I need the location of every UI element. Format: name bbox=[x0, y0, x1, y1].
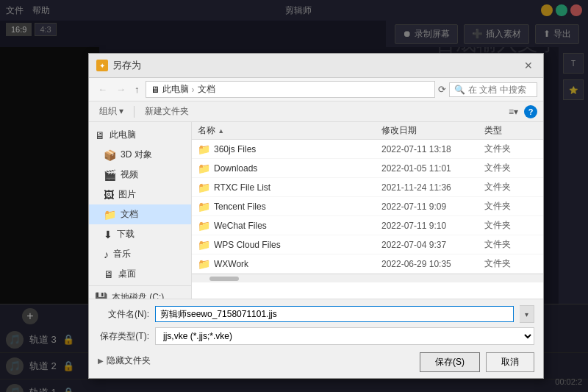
dialog-content: 🖥 此电脑 📦 3D 对象 🎬 视频 🖼 图片 📁 文档 ⬇ 下载 bbox=[89, 122, 543, 299]
cancel-button[interactable]: 取消 bbox=[486, 352, 534, 372]
pictures-icon: 🖼 bbox=[104, 189, 114, 201]
file-name: 📁 Tencent Files bbox=[192, 201, 381, 213]
filename-label: 文件名(N): bbox=[98, 308, 149, 321]
dialog-title-text: 另存为 bbox=[112, 59, 521, 72]
file-name: 📁 RTXC File List bbox=[192, 182, 381, 193]
video-icon: 🎬 bbox=[104, 169, 116, 181]
left-item-music[interactable]: ♪ 音乐 bbox=[89, 244, 191, 264]
filename-dropdown[interactable]: ▾ bbox=[520, 305, 534, 323]
folder-icon: 📁 bbox=[198, 220, 210, 232]
file-name: 📁 WXWork bbox=[192, 258, 381, 270]
music-icon: ♪ bbox=[104, 249, 109, 260]
filename-row: 文件名(N): ▾ bbox=[98, 305, 534, 323]
file-row-wechat[interactable]: 📁 WeChat Files 2022-07-11 9:10 文件夹 bbox=[192, 216, 543, 235]
dialog-bottom: 文件名(N): ▾ 保存类型(T): jjs,vke (*.jjs;*.vke)… bbox=[89, 299, 543, 378]
file-row-wxwork[interactable]: 📁 WXWork 2022-06-29 10:35 文件夹 bbox=[192, 254, 543, 274]
up-button[interactable]: ↑ bbox=[132, 82, 143, 96]
file-name: 📁 360js Files bbox=[192, 143, 381, 155]
file-row-tencent[interactable]: 📁 Tencent Files 2022-07-11 9:09 文件夹 bbox=[192, 197, 543, 216]
help-button[interactable]: ? bbox=[524, 105, 537, 118]
documents-icon: 📁 bbox=[104, 209, 116, 221]
filetype-label: 保存类型(T): bbox=[98, 330, 149, 343]
path-computer-icon: 🖥 bbox=[151, 85, 159, 95]
desktop-icon: 🖥 bbox=[104, 268, 114, 280]
left-item-desktop[interactable]: 🖥 桌面 bbox=[89, 264, 191, 284]
toolbar-separator bbox=[134, 106, 135, 118]
col-type: 类型 bbox=[484, 124, 543, 137]
triangle-icon: ▶ bbox=[98, 357, 104, 365]
dialog-buttons: 保存(S) 取消 bbox=[420, 352, 534, 372]
filename-input[interactable] bbox=[155, 306, 514, 322]
save-as-dialog: ✦ 另存为 ✕ ← → ↑ 🖥 此电脑 › 文档 ⟳ 🔍 组织 ▾ 新建文件夹 … bbox=[88, 53, 544, 379]
folder-icon: 📁 bbox=[198, 182, 210, 193]
hidden-folder-toggle[interactable]: ▶ 隐藏文件夹 bbox=[98, 352, 151, 370]
file-name: 📁 WeChat Files bbox=[192, 220, 381, 232]
folder-icon: 📁 bbox=[198, 239, 210, 251]
file-row-downloads[interactable]: 📁 Downloads 2022-01-05 11:01 文件夹 bbox=[192, 159, 543, 178]
horizontal-scrollbar[interactable] bbox=[192, 274, 543, 282]
folder-icon: 📁 bbox=[198, 258, 210, 270]
left-item-video[interactable]: 🎬 视频 bbox=[89, 165, 191, 185]
left-item-pc[interactable]: 🖥 此电脑 bbox=[89, 125, 191, 145]
path-docs[interactable]: 文档 bbox=[198, 83, 215, 96]
pc-icon: 🖥 bbox=[95, 129, 105, 141]
file-row-rtxc[interactable]: 📁 RTXC File List 2021-11-24 11:36 文件夹 bbox=[192, 178, 543, 197]
dialog-title-icon: ✦ bbox=[96, 60, 108, 71]
dialog-addressbar: ← → ↑ 🖥 此电脑 › 文档 ⟳ 🔍 bbox=[89, 78, 543, 101]
dialog-close-button[interactable]: ✕ bbox=[521, 58, 536, 73]
filetype-select[interactable]: jjs,vke (*.jjs;*.vke) bbox=[155, 327, 534, 345]
file-name: 📁 WPS Cloud Files bbox=[192, 239, 381, 251]
hidden-folder-label: 隐藏文件夹 bbox=[107, 354, 151, 367]
left-item-local-c[interactable]: 💾 本地磁盘 (C:) bbox=[89, 288, 191, 299]
dialog-left-panel: 🖥 此电脑 📦 3D 对象 🎬 视频 🖼 图片 📁 文档 ⬇ 下载 bbox=[89, 122, 192, 299]
filetype-row: 保存类型(T): jjs,vke (*.jjs;*.vke) bbox=[98, 327, 534, 345]
downloads-icon: ⬇ bbox=[104, 229, 112, 240]
file-row-360js[interactable]: 📁 360js Files 2022-07-11 13:18 文件夹 bbox=[192, 140, 543, 159]
folder-icon: 📁 bbox=[198, 201, 210, 213]
search-icon: 🔍 bbox=[454, 85, 465, 95]
scrollbar-thumb[interactable] bbox=[209, 277, 239, 281]
address-path: 🖥 此电脑 › 文档 bbox=[146, 81, 436, 98]
file-row-wps[interactable]: 📁 WPS Cloud Files 2022-07-04 9:37 文件夹 bbox=[192, 235, 543, 254]
back-button[interactable]: ← bbox=[95, 82, 110, 96]
file-name: 📁 Downloads bbox=[192, 163, 381, 174]
file-list-header: 名称 ▲ 修改日期 类型 bbox=[192, 122, 543, 140]
left-item-pictures[interactable]: 🖼 图片 bbox=[89, 185, 191, 204]
new-folder-button[interactable]: 新建文件夹 bbox=[140, 104, 193, 119]
search-box: 🔍 bbox=[449, 82, 537, 97]
col-date[interactable]: 修改日期 bbox=[381, 124, 484, 137]
dialog-titlebar: ✦ 另存为 ✕ bbox=[89, 54, 543, 78]
view-button[interactable]: ≡▾ bbox=[506, 105, 521, 118]
forward-button[interactable]: → bbox=[113, 82, 129, 96]
folder-icon: 📁 bbox=[198, 163, 210, 174]
left-separator bbox=[89, 285, 191, 286]
save-button[interactable]: 保存(S) bbox=[420, 352, 480, 372]
left-item-documents[interactable]: 📁 文档 bbox=[89, 204, 191, 224]
refresh-button[interactable]: ⟳ bbox=[438, 84, 446, 95]
path-pc[interactable]: 此电脑 bbox=[162, 83, 189, 96]
col-name[interactable]: 名称 ▲ bbox=[192, 124, 381, 137]
folder-icon: 📁 bbox=[198, 143, 210, 155]
dialog-toolbar: 组织 ▾ 新建文件夹 ≡▾ ? bbox=[89, 101, 543, 122]
search-input[interactable] bbox=[468, 85, 534, 95]
left-item-downloads[interactable]: ⬇ 下载 bbox=[89, 224, 191, 244]
organize-button[interactable]: 组织 ▾ bbox=[95, 104, 128, 119]
toolbar-right: ≡▾ ? bbox=[506, 105, 537, 118]
dialog-file-list: 名称 ▲ 修改日期 类型 📁 360js Files 2022-07-11 13… bbox=[192, 122, 543, 299]
left-item-3d[interactable]: 📦 3D 对象 bbox=[89, 145, 191, 165]
3d-icon: 📦 bbox=[104, 149, 116, 161]
local-c-icon: 💾 bbox=[95, 292, 107, 299]
